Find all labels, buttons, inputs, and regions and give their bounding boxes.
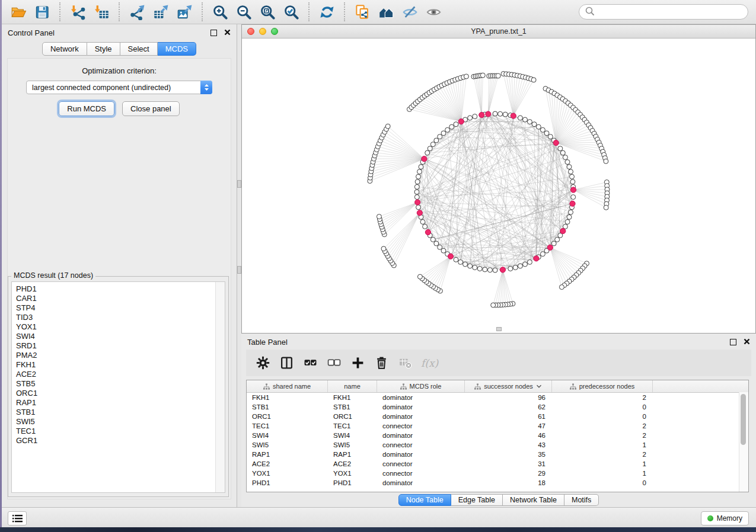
cell: connector bbox=[377, 441, 465, 448]
close-window-button[interactable] bbox=[247, 28, 254, 35]
result-list-item[interactable]: SRD1 bbox=[16, 341, 215, 351]
cell: YOX1 bbox=[328, 470, 377, 477]
add-entry-button[interactable] bbox=[347, 352, 368, 374]
network-view-titlebar[interactable]: YPA_prune.txt_1 bbox=[242, 25, 755, 39]
result-list-item[interactable]: PMA2 bbox=[16, 351, 215, 360]
splitter-grip[interactable] bbox=[237, 180, 241, 188]
result-list-item[interactable]: CAR1 bbox=[16, 294, 215, 303]
settings-gear-button[interactable] bbox=[252, 352, 273, 374]
minimize-window-button[interactable] bbox=[259, 28, 266, 35]
table-row[interactable]: TEC1TEC1connector472 bbox=[247, 421, 748, 431]
table-row[interactable]: ORC1ORC1dominator610 bbox=[247, 412, 748, 421]
control-panel: Control Panel NetworkStyleSelectMCDS Opt… bbox=[2, 24, 237, 507]
tab-node-table[interactable]: Node Table bbox=[398, 494, 451, 506]
open-file-button[interactable] bbox=[7, 2, 30, 22]
splitter-grip[interactable] bbox=[237, 266, 241, 274]
result-list-scrollbar[interactable] bbox=[215, 282, 225, 492]
import-network-button[interactable] bbox=[66, 2, 90, 22]
tab-network[interactable]: Network bbox=[42, 42, 87, 56]
vertical-splitter[interactable] bbox=[237, 24, 241, 507]
table-scrollbar[interactable] bbox=[739, 392, 748, 492]
mcds-result-group: MCDS result (17 nodes) PHD1CAR1STP4TID3Y… bbox=[8, 276, 229, 497]
export-image-button[interactable] bbox=[173, 2, 196, 22]
mcds-result-listbox[interactable]: PHD1CAR1STP4TID3YOX1SWI4SRD1PMA2FKH1ACE2… bbox=[11, 281, 225, 493]
cell: ACE2 bbox=[247, 460, 328, 467]
duplicate-network-button[interactable] bbox=[350, 2, 374, 22]
result-list-item[interactable]: TEC1 bbox=[16, 427, 215, 436]
table-row[interactable]: STB1STB1dominator620 bbox=[247, 402, 748, 412]
column-header-shared-name[interactable]: shared name bbox=[247, 380, 328, 392]
memory-button[interactable]: Memory bbox=[701, 511, 749, 525]
first-neighbors-button[interactable] bbox=[374, 2, 398, 22]
float-panel-icon[interactable] bbox=[730, 339, 736, 345]
column-header-successor-nodes[interactable]: successor nodes bbox=[465, 380, 552, 392]
select-all-button[interactable] bbox=[299, 352, 321, 374]
export-network-button[interactable] bbox=[125, 2, 149, 22]
refresh-layout-button[interactable] bbox=[315, 2, 339, 22]
cell: 35 bbox=[465, 451, 552, 458]
delete-table-button[interactable] bbox=[394, 352, 416, 374]
sort-chevron-icon bbox=[536, 384, 542, 389]
table-row[interactable]: YOX1YOX1connector291 bbox=[247, 469, 748, 478]
cell: dominator bbox=[377, 413, 465, 420]
table-row[interactable]: FKH1FKH1dominator962 bbox=[247, 393, 748, 402]
result-list-item[interactable]: STB1 bbox=[16, 408, 215, 417]
import-table-button[interactable] bbox=[90, 2, 113, 22]
table-row[interactable]: PHD1PHD1dominator180 bbox=[247, 478, 748, 488]
table-row[interactable]: SWI4SWI4dominator462 bbox=[247, 431, 748, 440]
horizontal-splitter-grip[interactable] bbox=[496, 327, 502, 331]
zoom-selected-button[interactable] bbox=[279, 2, 303, 22]
tab-select[interactable]: Select bbox=[120, 42, 158, 56]
result-list-item[interactable]: STP4 bbox=[16, 303, 215, 313]
result-list-item[interactable]: FKH1 bbox=[16, 360, 215, 370]
result-list-item[interactable]: PHD1 bbox=[16, 284, 215, 294]
column-header-predecessor-nodes[interactable]: predecessor nodes bbox=[552, 380, 653, 392]
close-panel-icon[interactable] bbox=[744, 338, 750, 347]
deselect-all-button[interactable] bbox=[323, 352, 344, 374]
column-header-name[interactable]: name bbox=[328, 380, 377, 392]
close-panel-icon[interactable] bbox=[224, 28, 231, 37]
result-list-item[interactable]: YOX1 bbox=[16, 322, 215, 332]
search-box[interactable] bbox=[579, 4, 748, 20]
cell: 0 bbox=[552, 479, 653, 486]
tab-style[interactable]: Style bbox=[87, 42, 120, 56]
table-row[interactable]: ACE2ACE2connector311 bbox=[247, 459, 748, 469]
delete-entry-button[interactable] bbox=[371, 352, 392, 374]
zoom-fit-button[interactable] bbox=[256, 2, 279, 22]
export-table-button[interactable] bbox=[149, 2, 173, 22]
result-list-item[interactable]: ORC1 bbox=[16, 389, 215, 398]
search-input[interactable] bbox=[598, 7, 742, 17]
column-header-MCDS-role[interactable]: MCDS role bbox=[377, 380, 465, 392]
split-columns-button[interactable] bbox=[276, 352, 297, 374]
network-canvas[interactable] bbox=[242, 38, 755, 333]
criterion-dropdown[interactable]: largest connected component (undirected) bbox=[26, 81, 212, 94]
result-list-item[interactable]: TID3 bbox=[16, 313, 215, 322]
result-list-item[interactable]: RAP1 bbox=[16, 398, 215, 408]
zoom-in-button[interactable] bbox=[208, 2, 232, 22]
tab-motifs[interactable]: Motifs bbox=[564, 494, 599, 506]
desktop-wallpaper-strip bbox=[0, 527, 756, 532]
tab-edge-table[interactable]: Edge Table bbox=[451, 494, 503, 506]
memory-label: Memory bbox=[717, 514, 742, 523]
result-list-item[interactable]: SWI4 bbox=[16, 332, 215, 341]
table-scrollbar-thumb[interactable] bbox=[741, 394, 746, 445]
maximize-window-button[interactable] bbox=[271, 28, 278, 35]
tab-network-table[interactable]: Network Table bbox=[503, 494, 564, 506]
run-mcds-button[interactable]: Run MCDS bbox=[59, 101, 114, 116]
hide-selected-button[interactable] bbox=[398, 2, 422, 22]
result-list-item[interactable]: ACE2 bbox=[16, 370, 215, 379]
zoom-out-button[interactable] bbox=[232, 2, 256, 22]
function-builder-button[interactable]: f(x) bbox=[421, 357, 438, 369]
save-session-button[interactable] bbox=[30, 2, 54, 22]
result-list-item[interactable]: SWI5 bbox=[16, 417, 215, 427]
float-panel-icon[interactable] bbox=[210, 30, 217, 36]
tab-mcds[interactable]: MCDS bbox=[158, 42, 196, 56]
table-row[interactable]: SWI5SWI5connector431 bbox=[247, 440, 748, 450]
panel-list-button[interactable] bbox=[8, 511, 27, 525]
table-row[interactable]: RAP1RAP1dominator352 bbox=[247, 450, 748, 459]
show-all-button[interactable] bbox=[422, 2, 445, 22]
result-list-item[interactable]: GCR1 bbox=[16, 436, 215, 446]
result-list-item[interactable]: STB5 bbox=[16, 379, 215, 389]
cell: 0 bbox=[552, 413, 653, 420]
close-panel-button[interactable]: Close panel bbox=[122, 101, 180, 116]
